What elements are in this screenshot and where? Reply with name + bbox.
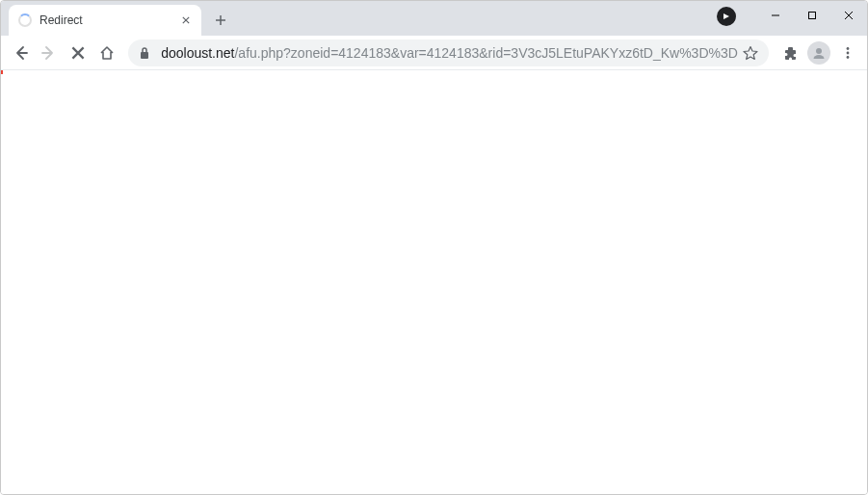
tab-close-button[interactable]	[178, 13, 194, 28]
page-content	[1, 70, 867, 494]
forward-button	[36, 39, 63, 67]
svg-point-4	[847, 51, 850, 54]
tab-title: Redirect	[39, 13, 178, 27]
media-control-icon[interactable]	[717, 7, 736, 26]
address-bar[interactable]: dooloust.net/afu.php?zoneid=4124183&var=…	[128, 39, 769, 66]
close-window-button[interactable]	[830, 1, 867, 30]
page-accent	[1, 70, 3, 74]
new-tab-button[interactable]	[207, 7, 234, 34]
menu-button[interactable]	[834, 39, 861, 67]
stop-reload-button[interactable]	[65, 39, 92, 67]
extensions-button[interactable]	[776, 39, 803, 67]
svg-rect-0	[809, 13, 816, 19]
browser-titlebar: Redirect	[1, 1, 867, 36]
url-text: dooloust.net/afu.php?zoneid=4124183&var=…	[161, 45, 738, 61]
bookmark-star-icon[interactable]	[742, 44, 759, 62]
url-path: /afu.php?zoneid=4124183&var=4124183&rid=…	[234, 45, 737, 61]
maximize-button[interactable]	[794, 1, 830, 30]
svg-point-5	[847, 56, 850, 59]
url-host: dooloust.net	[161, 45, 234, 61]
browser-toolbar: dooloust.net/afu.php?zoneid=4124183&var=…	[1, 36, 867, 70]
minimize-button[interactable]	[757, 1, 794, 30]
profile-button[interactable]	[805, 39, 832, 67]
avatar-icon	[807, 41, 830, 65]
window-controls	[717, 1, 867, 30]
svg-rect-1	[141, 52, 148, 59]
home-button[interactable]	[93, 39, 120, 67]
svg-point-2	[816, 48, 822, 54]
loading-spinner-icon	[18, 13, 32, 27]
back-button[interactable]	[7, 39, 34, 67]
svg-point-3	[847, 47, 850, 50]
browser-tab[interactable]: Redirect	[9, 5, 201, 36]
lock-icon[interactable]	[138, 46, 151, 60]
